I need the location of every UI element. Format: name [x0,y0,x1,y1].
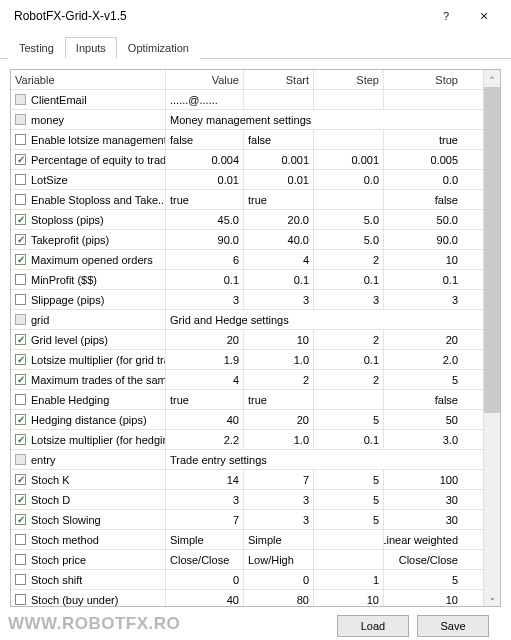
table-row[interactable]: LotSize0.010.010.00.0 [11,170,483,190]
load-button[interactable]: Load [337,615,409,637]
variable-cell[interactable]: Stoch K [11,470,166,489]
save-button[interactable]: Save [417,615,489,637]
value-cell[interactable]: 4 [166,370,244,389]
step-cell[interactable] [314,130,384,149]
close-button[interactable]: × [465,2,503,30]
table-row[interactable]: Stoch Slowing73530 [11,510,483,530]
col-header-step[interactable]: Step [314,70,384,89]
value-cell[interactable]: ......@...... [166,90,244,109]
variable-cell[interactable]: grid [11,310,166,329]
stop-cell[interactable]: 90.0 [384,230,462,249]
help-button[interactable]: ? [427,2,465,30]
value-cell[interactable]: false [166,130,244,149]
stop-cell[interactable]: 30 [384,490,462,509]
step-cell[interactable]: 5 [314,470,384,489]
start-cell[interactable]: 0 [244,570,314,589]
table-row[interactable]: entryTrade entry settings [11,450,483,470]
variable-cell[interactable]: Stoch shift [11,570,166,589]
step-cell[interactable] [314,550,384,569]
vertical-scrollbar[interactable]: ^ ⌄ [483,70,500,606]
stop-cell[interactable]: Linear weighted [384,530,462,549]
table-row[interactable]: Maximum opened orders64210 [11,250,483,270]
step-cell[interactable] [314,190,384,209]
start-cell[interactable]: 0.001 [244,150,314,169]
table-row[interactable]: Grid level (pips)2010220 [11,330,483,350]
value-cell[interactable]: 40 [166,410,244,429]
table-row[interactable]: MinProfit ($$)0.10.10.10.1 [11,270,483,290]
checkbox-icon[interactable] [15,334,26,345]
stop-cell[interactable]: 0.1 [384,270,462,289]
step-cell[interactable]: 5 [314,510,384,529]
value-cell[interactable]: Simple [166,530,244,549]
variable-cell[interactable]: Percentage of equity to trade [11,150,166,169]
stop-cell[interactable]: 100 [384,470,462,489]
variable-cell[interactable]: Stoch Slowing [11,510,166,529]
table-row[interactable]: Stoch methodSimpleSimpleLinear weighted [11,530,483,550]
variable-cell[interactable]: Stoch price [11,550,166,569]
variable-cell[interactable]: Grid level (pips) [11,330,166,349]
step-cell[interactable]: 0.0 [314,170,384,189]
start-cell[interactable]: 4 [244,250,314,269]
variable-cell[interactable]: entry [11,450,166,469]
checkbox-icon[interactable] [15,474,26,485]
start-cell[interactable]: 1.0 [244,350,314,369]
variable-cell[interactable]: Enable Hedging [11,390,166,409]
scroll-track[interactable] [484,87,500,589]
start-cell[interactable]: 7 [244,470,314,489]
value-cell[interactable]: 6 [166,250,244,269]
checkbox-icon[interactable] [15,354,26,365]
checkbox-icon[interactable] [15,494,26,505]
value-cell[interactable]: true [166,390,244,409]
step-cell[interactable]: 0.001 [314,150,384,169]
value-cell[interactable]: 1.9 [166,350,244,369]
scroll-thumb[interactable] [484,87,500,413]
variable-cell[interactable]: Stoch (buy under) [11,590,166,606]
value-cell[interactable]: 0.1 [166,270,244,289]
start-cell[interactable]: true [244,190,314,209]
stop-cell[interactable]: 3.0 [384,430,462,449]
checkbox-icon[interactable] [15,194,26,205]
value-cell[interactable]: 7 [166,510,244,529]
stop-cell[interactable]: 0.0 [384,170,462,189]
table-row[interactable]: Enable Hedgingtruetruefalse [11,390,483,410]
start-cell[interactable]: Simple [244,530,314,549]
stop-cell[interactable]: 50.0 [384,210,462,229]
step-cell[interactable]: 0.1 [314,270,384,289]
start-cell[interactable] [244,90,314,109]
value-cell[interactable]: 0 [166,570,244,589]
stop-cell[interactable]: 20 [384,330,462,349]
table-row[interactable]: Hedging distance (pips)4020550 [11,410,483,430]
variable-cell[interactable]: Stoch method [11,530,166,549]
start-cell[interactable]: 3 [244,510,314,529]
checkbox-icon[interactable] [15,254,26,265]
variable-cell[interactable]: Enable lotsize management [11,130,166,149]
start-cell[interactable]: 3 [244,490,314,509]
variable-cell[interactable]: ClientEmail [11,90,166,109]
stop-cell[interactable]: 50 [384,410,462,429]
step-cell[interactable] [314,390,384,409]
variable-cell[interactable]: Takeprofit (pips) [11,230,166,249]
start-cell[interactable]: 0.01 [244,170,314,189]
table-row[interactable]: Lotsize multiplier (for grid tra...1.91.… [11,350,483,370]
start-cell[interactable]: 20 [244,410,314,429]
value-cell[interactable]: 90.0 [166,230,244,249]
col-header-start[interactable]: Start [244,70,314,89]
step-cell[interactable]: 1 [314,570,384,589]
variable-cell[interactable]: Hedging distance (pips) [11,410,166,429]
table-row[interactable]: gridGrid and Hedge settings [11,310,483,330]
checkbox-icon[interactable] [15,594,26,605]
table-row[interactable]: Stoch (buy under)40801010 [11,590,483,606]
start-cell[interactable]: 3 [244,290,314,309]
start-cell[interactable]: 20.0 [244,210,314,229]
stop-cell[interactable]: 3 [384,290,462,309]
scroll-up-icon[interactable]: ^ [484,70,500,87]
variable-cell[interactable]: Enable Stoploss and Take... [11,190,166,209]
table-row[interactable]: Slippage (pips)3333 [11,290,483,310]
tab-inputs[interactable]: Inputs [65,37,117,59]
checkbox-icon[interactable] [15,154,26,165]
step-cell[interactable]: 0.1 [314,430,384,449]
value-cell[interactable]: 20 [166,330,244,349]
stop-cell[interactable]: 5 [384,570,462,589]
value-cell[interactable]: 3 [166,290,244,309]
checkbox-icon[interactable] [15,514,26,525]
